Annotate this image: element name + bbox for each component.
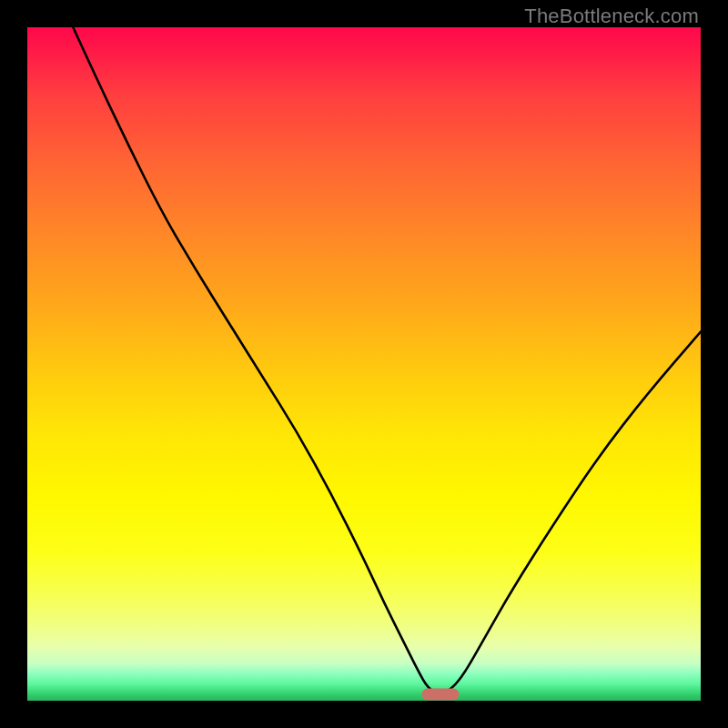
- chart-frame: TheBottleneck.com: [0, 0, 728, 728]
- bottleneck-curve: [27, 27, 701, 701]
- watermark-text: TheBottleneck.com: [524, 5, 699, 28]
- plot-area: [27, 27, 701, 701]
- optimal-marker: [421, 689, 459, 701]
